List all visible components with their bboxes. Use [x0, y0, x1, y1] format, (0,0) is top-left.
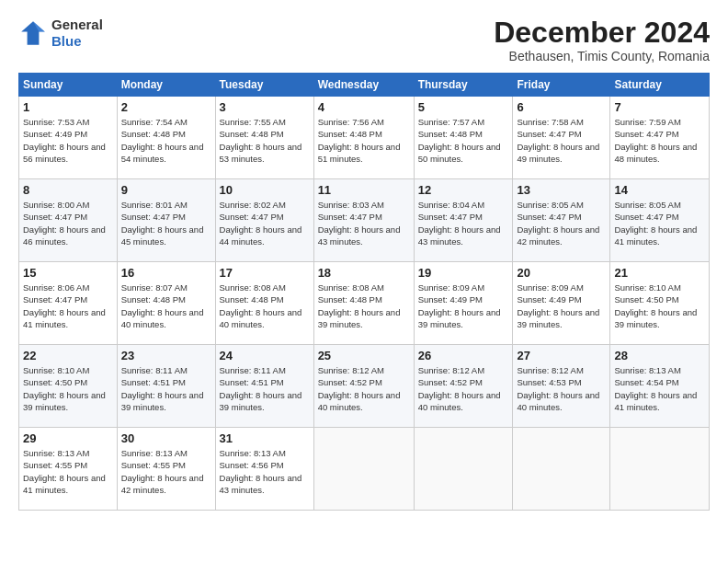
daylight-label: Daylight: 8 hours and 39 minutes.: [418, 307, 501, 329]
table-row: 13 Sunrise: 8:05 AM Sunset: 4:47 PM Dayl…: [513, 179, 610, 262]
col-wednesday: Wednesday: [313, 74, 414, 97]
daylight-label: Daylight: 8 hours and 54 minutes.: [121, 142, 204, 164]
table-row: 25 Sunrise: 8:12 AM Sunset: 4:52 PM Dayl…: [313, 345, 414, 428]
daylight-label: Daylight: 8 hours and 41 minutes.: [23, 473, 106, 495]
day-number: 30: [121, 431, 211, 445]
table-row: 5 Sunrise: 7:57 AM Sunset: 4:48 PM Dayli…: [414, 97, 513, 179]
day-info: Sunrise: 8:09 AM Sunset: 4:49 PM Dayligh…: [517, 282, 606, 330]
day-number: 9: [121, 183, 211, 197]
table-row: [313, 428, 414, 511]
daylight-label: Daylight: 8 hours and 39 minutes.: [517, 307, 599, 329]
sunrise-label: Sunrise: 8:12 AM: [318, 365, 384, 375]
daylight-label: Daylight: 8 hours and 40 minutes.: [517, 390, 599, 412]
sunset-label: Sunset: 4:47 PM: [517, 129, 581, 139]
daylight-label: Daylight: 8 hours and 39 minutes.: [220, 390, 302, 412]
daylight-label: Daylight: 8 hours and 40 minutes.: [418, 390, 501, 412]
table-row: 26 Sunrise: 8:12 AM Sunset: 4:52 PM Dayl…: [414, 345, 513, 428]
day-info: Sunrise: 7:58 AM Sunset: 4:47 PM Dayligh…: [517, 116, 606, 165]
sunrise-label: Sunrise: 7:54 AM: [121, 117, 188, 127]
day-info: Sunrise: 7:54 AM Sunset: 4:48 PM Dayligh…: [121, 116, 211, 165]
day-number: 26: [418, 349, 509, 362]
day-info: Sunrise: 8:12 AM Sunset: 4:53 PM Dayligh…: [517, 364, 606, 413]
sunrise-label: Sunrise: 8:11 AM: [121, 365, 188, 375]
sunrise-label: Sunrise: 7:56 AM: [318, 117, 384, 127]
sunrise-label: Sunrise: 8:12 AM: [418, 365, 484, 375]
daylight-label: Daylight: 8 hours and 45 minutes.: [121, 224, 204, 247]
table-row: 22 Sunrise: 8:10 AM Sunset: 4:50 PM Dayl…: [19, 345, 118, 428]
sunrise-label: Sunrise: 8:13 AM: [121, 448, 188, 458]
table-row: 8 Sunrise: 8:00 AM Sunset: 4:47 PM Dayli…: [19, 179, 118, 262]
sunset-label: Sunset: 4:50 PM: [614, 294, 678, 304]
sunset-label: Sunset: 4:47 PM: [220, 212, 284, 222]
day-number: 15: [23, 266, 113, 280]
month-title: December 2024: [494, 17, 710, 49]
calendar-week-row: 22 Sunrise: 8:10 AM Sunset: 4:50 PM Dayl…: [19, 345, 710, 428]
daylight-label: Daylight: 8 hours and 56 minutes.: [23, 142, 106, 164]
calendar-week-row: 29 Sunrise: 8:13 AM Sunset: 4:55 PM Dayl…: [19, 428, 710, 511]
day-info: Sunrise: 8:01 AM Sunset: 4:47 PM Dayligh…: [121, 199, 211, 247]
sunrise-label: Sunrise: 8:02 AM: [220, 200, 286, 210]
day-number: 16: [121, 266, 211, 280]
col-tuesday: Tuesday: [215, 74, 313, 97]
sunset-label: Sunset: 4:47 PM: [517, 212, 581, 222]
daylight-label: Daylight: 8 hours and 48 minutes.: [614, 142, 697, 164]
table-row: 18 Sunrise: 8:08 AM Sunset: 4:48 PM Dayl…: [313, 262, 414, 345]
daylight-label: Daylight: 8 hours and 40 minutes.: [220, 307, 302, 329]
sunrise-label: Sunrise: 8:03 AM: [318, 200, 384, 210]
sunset-label: Sunset: 4:56 PM: [220, 460, 284, 470]
table-row: [513, 428, 610, 511]
day-info: Sunrise: 7:59 AM Sunset: 4:47 PM Dayligh…: [614, 116, 705, 165]
day-number: 17: [220, 266, 310, 280]
sunset-label: Sunset: 4:47 PM: [614, 212, 678, 222]
col-monday: Monday: [117, 74, 215, 97]
sunset-label: Sunset: 4:53 PM: [517, 377, 581, 387]
table-row: 31 Sunrise: 8:13 AM Sunset: 4:56 PM Dayl…: [215, 428, 313, 511]
sunrise-label: Sunrise: 8:13 AM: [220, 448, 286, 458]
day-info: Sunrise: 8:02 AM Sunset: 4:47 PM Dayligh…: [220, 199, 310, 247]
table-row: 11 Sunrise: 8:03 AM Sunset: 4:47 PM Dayl…: [313, 179, 414, 262]
day-number: 3: [220, 100, 310, 114]
table-row: 3 Sunrise: 7:55 AM Sunset: 4:48 PM Dayli…: [215, 97, 313, 179]
sunset-label: Sunset: 4:49 PM: [23, 129, 87, 139]
daylight-label: Daylight: 8 hours and 39 minutes.: [614, 307, 697, 329]
sunrise-label: Sunrise: 8:05 AM: [517, 200, 583, 210]
sunset-label: Sunset: 4:48 PM: [418, 129, 483, 139]
day-info: Sunrise: 8:08 AM Sunset: 4:48 PM Dayligh…: [220, 282, 310, 330]
table-row: 29 Sunrise: 8:13 AM Sunset: 4:55 PM Dayl…: [19, 428, 118, 511]
table-row: 4 Sunrise: 7:56 AM Sunset: 4:48 PM Dayli…: [313, 97, 414, 179]
sunset-label: Sunset: 4:48 PM: [220, 294, 284, 304]
sunset-label: Sunset: 4:49 PM: [517, 294, 581, 304]
day-number: 14: [614, 183, 705, 197]
table-row: 14 Sunrise: 8:05 AM Sunset: 4:47 PM Dayl…: [610, 179, 710, 262]
day-info: Sunrise: 7:55 AM Sunset: 4:48 PM Dayligh…: [220, 116, 310, 165]
calendar-week-row: 8 Sunrise: 8:00 AM Sunset: 4:47 PM Dayli…: [19, 179, 710, 262]
day-info: Sunrise: 8:13 AM Sunset: 4:56 PM Dayligh…: [220, 447, 310, 496]
sunset-label: Sunset: 4:52 PM: [318, 377, 382, 387]
table-row: [414, 428, 513, 511]
table-row: 28 Sunrise: 8:13 AM Sunset: 4:54 PM Dayl…: [610, 345, 710, 428]
sunrise-label: Sunrise: 8:05 AM: [614, 200, 680, 210]
day-info: Sunrise: 8:12 AM Sunset: 4:52 PM Dayligh…: [318, 364, 410, 413]
day-number: 29: [23, 431, 113, 445]
daylight-label: Daylight: 8 hours and 40 minutes.: [318, 390, 401, 412]
sunrise-label: Sunrise: 8:08 AM: [318, 282, 384, 293]
logo-text: General Blue: [51, 17, 103, 50]
day-info: Sunrise: 8:11 AM Sunset: 4:51 PM Dayligh…: [121, 364, 211, 413]
header: General Blue December 2024 Bethausen, Ti…: [18, 17, 710, 63]
sunset-label: Sunset: 4:48 PM: [121, 294, 186, 304]
day-info: Sunrise: 8:03 AM Sunset: 4:47 PM Dayligh…: [318, 199, 410, 247]
table-row: 7 Sunrise: 7:59 AM Sunset: 4:47 PM Dayli…: [610, 97, 710, 179]
sunset-label: Sunset: 4:47 PM: [23, 212, 87, 222]
table-row: 23 Sunrise: 8:11 AM Sunset: 4:51 PM Dayl…: [117, 345, 215, 428]
table-row: 1 Sunrise: 7:53 AM Sunset: 4:49 PM Dayli…: [19, 97, 118, 179]
sunrise-label: Sunrise: 8:13 AM: [614, 365, 680, 375]
day-info: Sunrise: 7:53 AM Sunset: 4:49 PM Dayligh…: [23, 116, 113, 165]
sunset-label: Sunset: 4:50 PM: [23, 377, 87, 387]
svg-marker-0: [21, 21, 45, 45]
day-info: Sunrise: 8:04 AM Sunset: 4:47 PM Dayligh…: [418, 199, 509, 247]
day-info: Sunrise: 8:06 AM Sunset: 4:47 PM Dayligh…: [23, 282, 113, 330]
day-number: 23: [121, 349, 211, 362]
sunrise-label: Sunrise: 7:57 AM: [418, 117, 484, 127]
sunrise-label: Sunrise: 8:07 AM: [121, 282, 188, 293]
sunset-label: Sunset: 4:48 PM: [318, 294, 382, 304]
